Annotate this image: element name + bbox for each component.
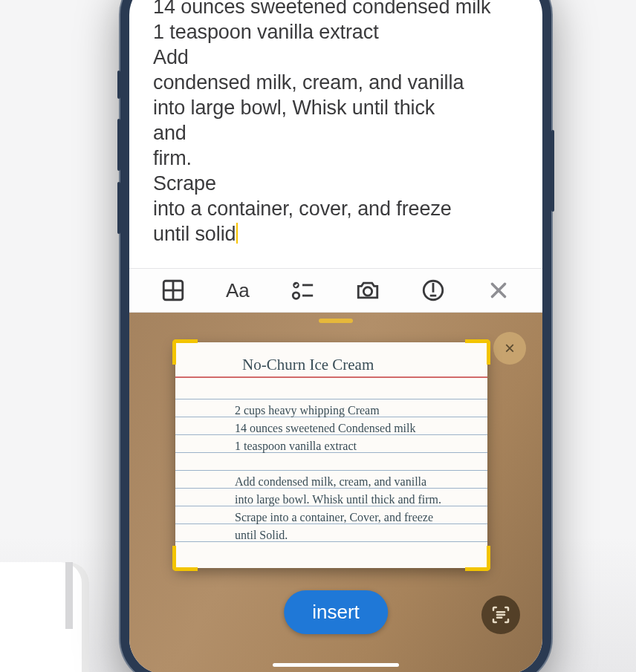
livetext-icon — [490, 604, 512, 626]
background-decor — [0, 562, 89, 672]
crop-corner[interactable] — [465, 339, 490, 365]
insert-label: insert — [312, 601, 360, 623]
textstyle-icon[interactable]: Aa — [226, 278, 250, 303]
note-line-text: until solid — [153, 223, 236, 245]
phone-frame: 14 ounces sweetened condensed milk 1 tea… — [120, 0, 551, 672]
panel-close-button[interactable]: × — [493, 332, 526, 365]
card-title: No-Churn Ice Cream — [242, 356, 374, 374]
panel-drag-handle[interactable] — [319, 319, 353, 323]
camera-icon[interactable] — [355, 278, 380, 303]
checklist-icon[interactable] — [290, 278, 315, 303]
note-editor[interactable]: 14 ounces sweetened condensed milk 1 tea… — [153, 0, 519, 247]
note-line: 14 ounces sweetened condensed milk — [153, 0, 519, 19]
scanned-card: No-Churn Ice Cream 2 cups heavy whipping… — [175, 342, 487, 568]
card-body-text: 2 cups heavy whipping Cream 14 ounces sw… — [235, 402, 465, 544]
close-icon: × — [504, 338, 515, 359]
card-rule — [175, 399, 487, 399]
crop-corner[interactable] — [172, 339, 198, 365]
textstyle-label: Aa — [226, 279, 250, 302]
phone-side-button — [117, 119, 120, 171]
livetext-button[interactable] — [481, 596, 520, 634]
note-line: condensed milk, cream, and vanilla — [153, 70, 519, 95]
note-line: firm. — [153, 146, 519, 171]
close-icon[interactable] — [486, 278, 511, 303]
phone-side-button — [117, 182, 120, 234]
insert-button[interactable]: insert — [284, 590, 388, 634]
markup-icon[interactable] — [421, 278, 446, 303]
note-line: 1 teaspoon vanilla extract — [153, 19, 519, 45]
note-line: into large bowl, Whisk until thick — [153, 95, 519, 120]
phone-side-button — [117, 71, 120, 99]
note-line: until solid — [153, 221, 519, 247]
camera-livetext-panel: × No-Churn Ice Cream 2 cups heavy whippi… — [129, 313, 542, 672]
note-line: Add — [153, 45, 519, 70]
note-line: into a container, cover, and freeze — [153, 196, 519, 221]
text-cursor — [236, 223, 238, 244]
format-toolbar: Aa — [129, 268, 542, 313]
phone-screen: 14 ounces sweetened condensed milk 1 tea… — [129, 0, 542, 672]
crop-corner[interactable] — [465, 546, 490, 571]
home-indicator[interactable] — [273, 663, 399, 667]
svg-point-5 — [293, 293, 299, 299]
note-line: and — [153, 120, 519, 146]
card-redline — [175, 376, 487, 378]
phone-side-button — [551, 130, 554, 212]
note-line: Scrape — [153, 171, 519, 196]
crop-corner[interactable] — [172, 546, 198, 571]
table-icon[interactable] — [160, 278, 186, 303]
svg-point-7 — [363, 287, 371, 296]
